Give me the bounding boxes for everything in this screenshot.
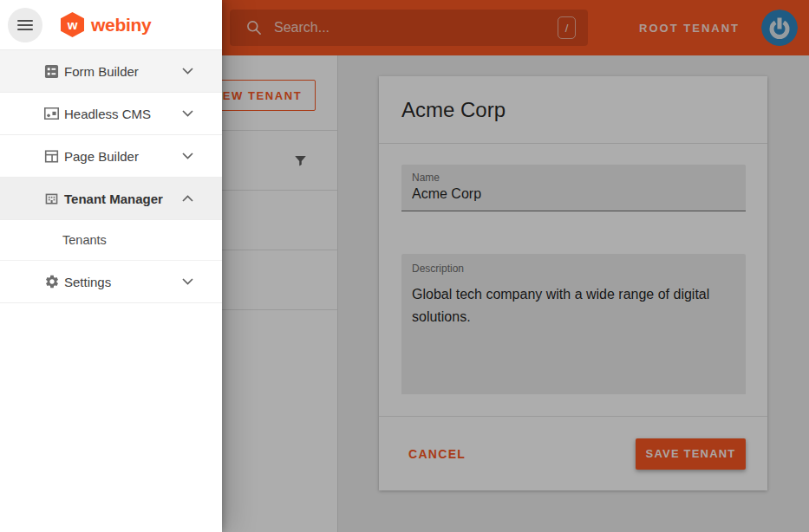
headless-cms-icon	[43, 107, 60, 120]
menu-toggle-button[interactable]	[8, 8, 42, 42]
page-builder-icon	[43, 149, 60, 164]
drawer-header: w webiny	[0, 0, 222, 50]
nav-item-label: Form Builder	[64, 64, 139, 79]
nav-subitem-label: Tenants	[62, 233, 107, 247]
nav-item-settings[interactable]: Settings	[0, 261, 222, 303]
nav-item-label: Settings	[64, 275, 111, 289]
nav-item-headless-cms[interactable]: Headless CMS	[0, 93, 222, 135]
nav-item-form-builder[interactable]: Form Builder	[0, 50, 222, 93]
chevron-down-icon	[182, 278, 193, 285]
webiny-hexagon-icon: w	[61, 12, 84, 37]
nav-item-label: Tenant Manager	[64, 191, 163, 206]
nav-subitem-tenants[interactable]: Tenants	[0, 220, 222, 261]
gear-icon	[43, 274, 60, 289]
app-window: / ROOT TENANT NEW TENANT	[0, 0, 809, 532]
navigation-drawer: w webiny Form Builder Headless CMS	[0, 0, 222, 532]
nav-item-tenant-manager[interactable]: Tenant Manager	[0, 178, 222, 220]
nav-item-label: Page Builder	[64, 149, 139, 164]
webiny-logo[interactable]: w webiny	[61, 12, 151, 37]
nav-item-page-builder[interactable]: Page Builder	[0, 135, 222, 178]
form-builder-icon	[43, 64, 60, 79]
chevron-down-icon	[182, 152, 193, 159]
drawer-menu: Form Builder Headless CMS	[0, 50, 222, 303]
chevron-up-icon	[182, 195, 193, 202]
webiny-wordmark: webiny	[91, 15, 151, 36]
chevron-down-icon	[182, 110, 193, 117]
nav-item-label: Headless CMS	[64, 107, 151, 121]
chevron-down-icon	[182, 68, 193, 75]
hamburger-icon	[17, 20, 33, 22]
tenant-manager-icon	[43, 191, 60, 206]
